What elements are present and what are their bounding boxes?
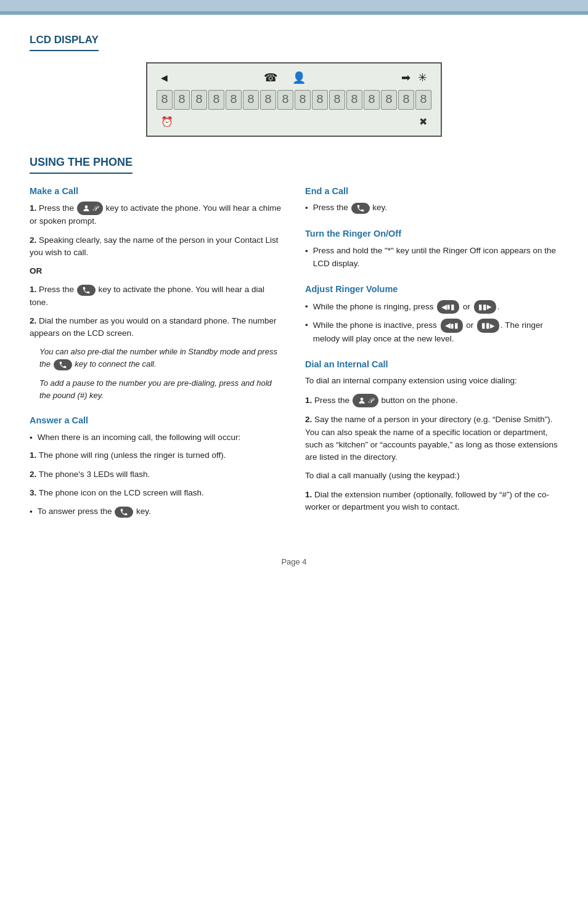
answer-a-call-section: Answer a Call • When there is an incomin… [30, 414, 283, 519]
italic-block-2: To add a pause to the number you are pre… [39, 377, 283, 402]
lcd-display-section: LCD DISPLAY ◀ ☎ 👤 ➡ ✳ 8 8 8 [30, 32, 558, 137]
lcd-seg-13: 8 [364, 90, 380, 110]
turn-ringer-section: Turn the Ringer On/Off • Press and hold … [305, 227, 558, 271]
page-footer: Page 4 [30, 556, 558, 568]
lcd-seg-6: 8 [243, 90, 259, 110]
end-call-bullet: • Press the key. [305, 202, 558, 215]
lcd-seg-7: 8 [260, 90, 276, 110]
lcd-clock-icon: ⏰ [161, 115, 173, 129]
make-a-call-title: Make a Call [30, 185, 283, 198]
lcd-arrow-right-icon: ➡ [401, 70, 410, 86]
dial-manual-step1: 1. Dial the extension number (optionally… [305, 489, 558, 514]
two-col-layout: Make a Call 1. Press the 𝒫 key to activa… [30, 185, 558, 532]
lcd-bluetooth-icon: ✳ [418, 70, 427, 86]
lcd-icons-right: ➡ ✳ [401, 70, 427, 86]
turn-ringer-bullet: • Press and hold the "*" key until the R… [305, 245, 558, 271]
lcd-person-icon: 👤 [292, 70, 306, 86]
vol-down-key-2: ▮▮▶ [477, 319, 499, 333]
lcd-icons-center: ☎ 👤 [264, 70, 306, 86]
bullet-dot-answer: • [30, 506, 33, 519]
bullet-dot-adj1: • [305, 301, 308, 314]
lcd-display-wrapper: ◀ ☎ 👤 ➡ ✳ 8 8 8 8 8 8 [30, 62, 558, 137]
lcd-seg-9: 8 [295, 90, 311, 110]
adjust-ringer-section: Adjust Ringer Volume • While the phone i… [305, 283, 558, 346]
answer-a-call-title: Answer a Call [30, 414, 283, 428]
italic-block-1: You can also pre-dial the number while i… [39, 346, 283, 370]
lcd-seg-14: 8 [381, 90, 397, 110]
adjust-ringer-bullet1: • While the phone is ringing, press ◀▮▮ … [305, 300, 558, 314]
or-label: OR [30, 265, 283, 277]
adjust-ringer-title: Adjust Ringer Volume [305, 283, 558, 296]
lcd-seg-5: 8 [226, 90, 242, 110]
top-bar [0, 0, 588, 11]
dial-internal-step1: 1. Press the 𝒫 button on the phone. [305, 394, 558, 407]
dial-manual-intro: To dial a call manually (using the keypa… [305, 470, 558, 483]
lcd-mute-icon: ✖ [419, 115, 427, 129]
answer-call-bullet1: • When there is an incoming call, the fo… [30, 431, 283, 445]
answer-call-step3: 3. The phone icon on the LCD screen will… [30, 487, 283, 499]
make-call-or-step1: 1. Press the key to activate the phone. … [30, 283, 283, 309]
bullet-dot-adj2: • [305, 319, 308, 346]
end-a-call-title: End a Call [305, 185, 558, 198]
lcd-seg-12: 8 [346, 90, 362, 110]
lcd-phone-icon: ☎ [264, 70, 277, 86]
handset-key-1 [77, 285, 96, 296]
adjust-ringer-bullet2: • While the phone is inactive, press ◀▮▮… [305, 319, 558, 346]
page-content: LCD DISPLAY ◀ ☎ 👤 ➡ ✳ 8 8 8 [0, 15, 588, 593]
handset-key-answer [115, 507, 133, 518]
answer-call-bullet-answer: • To answer press the key. [30, 505, 283, 519]
svg-point-0 [84, 206, 88, 209]
bullet-dot-ringer: • [305, 245, 308, 271]
handset-key-end [351, 203, 370, 214]
page-number: Page 4 [281, 557, 306, 566]
vol-down-key-1: ▮▮▶ [474, 300, 496, 314]
col-right: End a Call • Press the key. [305, 185, 558, 532]
end-a-call-section: End a Call • Press the key. [305, 185, 558, 216]
lcd-seg-4: 8 [208, 90, 224, 110]
lcd-seg-10: 8 [312, 90, 328, 110]
voice-key-internal: 𝒫 [353, 394, 378, 407]
bullet-dot-1: • [30, 432, 33, 445]
make-call-step1: 1. Press the 𝒫 key to activate the phone… [30, 202, 283, 227]
lcd-seg-1: 8 [157, 90, 173, 110]
lcd-icons-row: ◀ ☎ 👤 ➡ ✳ [156, 70, 432, 86]
vol-up-key-1: ◀▮▮ [437, 300, 459, 314]
bullet-dot-end: • [305, 202, 308, 215]
dial-internal-step2: 2. Say the name of a person in your dire… [305, 414, 558, 463]
lcd-seg-16: 8 [415, 90, 431, 110]
make-a-call-section: Make a Call 1. Press the 𝒫 key to activa… [30, 185, 283, 402]
handset-key-italic [54, 359, 72, 370]
dial-internal-intro: To dial an internal company extension us… [305, 375, 558, 388]
lcd-arrow-left-icon: ◀ [161, 71, 168, 84]
vol-up-key-2: ◀▮▮ [441, 319, 463, 333]
col-left: Make a Call 1. Press the 𝒫 key to activa… [30, 185, 283, 532]
using-phone-section: USING THE PHONE Make a Call 1. Press the… [30, 154, 558, 532]
dial-internal-title: Dial an Internal Call [305, 358, 558, 372]
lcd-display-title: LCD DISPLAY [30, 32, 99, 51]
voice-key-1: 𝒫 [77, 202, 103, 215]
turn-ringer-title: Turn the Ringer On/Off [305, 227, 558, 241]
make-call-step2: 2. Speaking clearly, say the name of the… [30, 234, 283, 259]
lcd-seg-8: 8 [277, 90, 293, 110]
svg-point-1 [360, 398, 363, 401]
lcd-bottom-row: ⏰ ✖ [156, 113, 432, 129]
answer-call-step2: 2. The phone's 3 LEDs will flash. [30, 468, 283, 481]
using-phone-title: USING THE PHONE [30, 154, 133, 174]
lcd-seg-15: 8 [398, 90, 414, 110]
lcd-segments-row: 8 8 8 8 8 8 8 8 8 8 8 8 8 8 8 8 [156, 90, 432, 110]
lcd-box: ◀ ☎ 👤 ➡ ✳ 8 8 8 8 8 8 [146, 62, 442, 137]
lcd-seg-2: 8 [174, 90, 190, 110]
lcd-seg-3: 8 [191, 90, 207, 110]
lcd-seg-11: 8 [329, 90, 345, 110]
dial-internal-section: Dial an Internal Call To dial an interna… [305, 358, 558, 514]
answer-call-step1: 1. The phone will ring (unless the ringe… [30, 449, 283, 462]
make-call-or-step2: 2. Dial the number as you would on a sta… [30, 315, 283, 340]
